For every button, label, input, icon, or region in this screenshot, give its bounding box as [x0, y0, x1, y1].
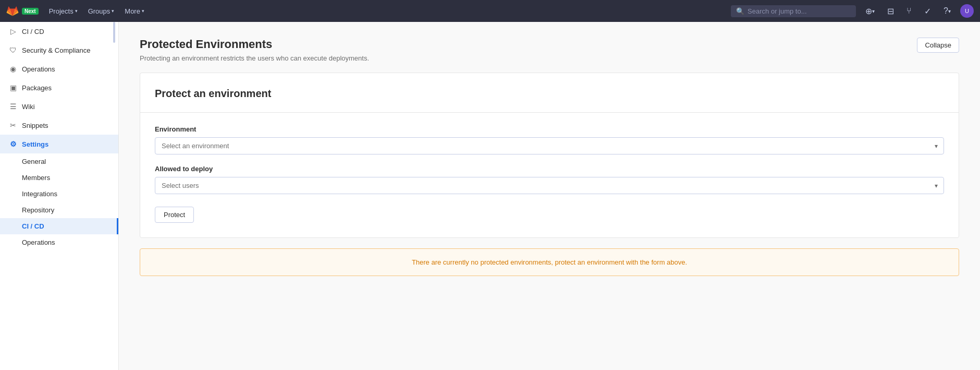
shield-icon: 🛡 — [8, 46, 18, 54]
sidebar-item-settings[interactable]: ⚙ Settings — [0, 135, 118, 153]
search-box[interactable]: 🔍 — [731, 5, 856, 17]
more-menu[interactable]: More ▾ — [120, 5, 149, 17]
page-header: Protected Environments Protecting an env… — [140, 38, 959, 62]
projects-menu[interactable]: Projects ▾ — [45, 5, 82, 17]
sidebar-item-wiki[interactable]: ☰ Wiki — [0, 97, 118, 116]
snippets-icon: ✂ — [8, 121, 18, 129]
plus-icon: ⊕ — [865, 6, 872, 16]
todo-icon: ✓ — [924, 6, 931, 16]
form-card: Protect an environment Environment Selec… — [140, 73, 959, 238]
next-badge: Next — [22, 8, 39, 15]
environment-label: Environment — [155, 125, 944, 133]
notice-banner: There are currently no protected environ… — [140, 248, 959, 276]
sidebar-item-packages[interactable]: ▣ Packages — [0, 78, 118, 97]
merge-request-button[interactable]: ⑂ — [903, 4, 915, 18]
scroll-indicator — [113, 22, 115, 43]
environment-select[interactable]: Select an environment — [155, 137, 944, 154]
sidebar: ▷ CI / CD 🛡 Security & Compliance ◉ Oper… — [0, 22, 119, 370]
allowed-label: Allowed to deploy — [155, 165, 944, 173]
topnav: Next Projects ▾ Groups ▾ More ▾ 🔍 ⊕ ▾ ⊟ … — [0, 0, 980, 22]
merge-request-icon: ⑂ — [906, 6, 912, 16]
groups-menu[interactable]: Groups ▾ — [84, 5, 119, 17]
sidebar-sub-general[interactable]: General — [0, 153, 118, 170]
projects-chevron-icon: ▾ — [75, 8, 78, 14]
sidebar-item-security[interactable]: 🛡 Security & Compliance — [0, 41, 118, 59]
allowed-select-wrapper: Select users — [155, 177, 944, 194]
sidebar-sub-cicd[interactable]: CI / CD — [0, 218, 118, 234]
avatar[interactable]: U — [960, 4, 974, 18]
help-icon: ? — [944, 6, 948, 16]
groups-chevron-icon: ▾ — [112, 8, 114, 14]
sidebar-toggle-icon: ⊟ — [887, 6, 894, 16]
sidebar-toggle-button[interactable]: ⊟ — [884, 4, 897, 18]
sidebar-sub-operations[interactable]: Operations — [0, 234, 118, 250]
gitlab-logo — [6, 5, 19, 17]
todo-button[interactable]: ✓ — [921, 4, 934, 18]
packages-icon: ▣ — [8, 83, 18, 92]
search-input[interactable] — [748, 7, 851, 15]
cicd-icon: ▷ — [8, 27, 18, 35]
allowed-group: Allowed to deploy Select users — [155, 165, 944, 194]
protect-button[interactable]: Protect — [155, 207, 194, 223]
operations-icon: ◉ — [8, 65, 18, 73]
settings-icon: ⚙ — [8, 140, 18, 148]
sidebar-item-cicd[interactable]: ▷ CI / CD — [0, 22, 118, 41]
brand[interactable]: Next — [6, 5, 39, 17]
sidebar-sub-members[interactable]: Members — [0, 170, 118, 186]
help-button[interactable]: ? ▾ — [940, 4, 954, 18]
form-card-title: Protect an environment — [155, 88, 944, 100]
help-chevron-icon: ▾ — [948, 8, 951, 14]
sidebar-sub-repository[interactable]: Repository — [0, 202, 118, 218]
new-item-button[interactable]: ⊕ ▾ — [862, 4, 878, 18]
search-icon: 🔍 — [736, 7, 744, 15]
page-title: Protected Environments — [140, 38, 369, 51]
page-subtitle: Protecting an environment restricts the … — [140, 54, 369, 62]
collapse-button[interactable]: Collapse — [917, 38, 959, 53]
more-chevron-icon: ▾ — [142, 8, 144, 14]
page-header-text: Protected Environments Protecting an env… — [140, 38, 369, 62]
form-divider — [140, 112, 959, 113]
plus-chevron-icon: ▾ — [872, 8, 875, 14]
main-content: Protected Environments Protecting an env… — [119, 22, 980, 370]
sidebar-item-operations[interactable]: ◉ Operations — [0, 59, 118, 78]
environment-select-wrapper: Select an environment — [155, 137, 944, 154]
notice-text: There are currently no protected environ… — [153, 258, 946, 266]
sidebar-item-snippets[interactable]: ✂ Snippets — [0, 116, 118, 135]
environment-group: Environment Select an environment — [155, 125, 944, 154]
sidebar-sub-integrations[interactable]: Integrations — [0, 186, 118, 202]
layout: ▷ CI / CD 🛡 Security & Compliance ◉ Oper… — [0, 22, 980, 370]
allowed-select[interactable]: Select users — [155, 177, 944, 194]
wiki-icon: ☰ — [8, 102, 18, 111]
topnav-links: Projects ▾ Groups ▾ More ▾ — [45, 5, 149, 17]
